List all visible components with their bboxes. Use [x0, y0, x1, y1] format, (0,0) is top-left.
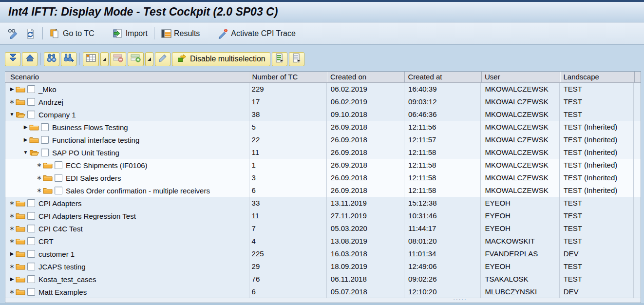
table-row[interactable]: ∗ Sales Order confirmation - multiple re…: [5, 184, 641, 197]
expand-all-icon: [8, 53, 18, 65]
column-header-scenario[interactable]: Scenario: [5, 72, 249, 82]
table-row[interactable]: ∗ CRT 4 13.08.2019 08:01:20 MACKOWSKIT T…: [5, 235, 641, 248]
row-checkbox[interactable]: [41, 136, 49, 144]
insert-row-button[interactable]: [128, 52, 144, 66]
clipboard-icon: [49, 28, 61, 39]
scenario-name: Andrzej: [38, 98, 63, 106]
table-row[interactable]: ∗ ECC Shipments (IF0106) 1 26.09.2018 12…: [5, 159, 641, 172]
row-checkbox[interactable]: [27, 111, 35, 118]
dropdown-caret-icon: [148, 57, 151, 61]
scenario-cell: ∗ ECC Shipments (IF0106): [5, 159, 249, 172]
row-checkbox[interactable]: [27, 237, 35, 245]
tree-toggle-icon[interactable]: ▶: [22, 121, 29, 133]
scenario-cell: ∗ CRT: [5, 235, 249, 248]
tree-toggle-icon[interactable]: ▼: [8, 108, 16, 121]
user-cell: MKOWALCZEWSK: [481, 83, 559, 95]
table-row[interactable]: ▶ Kosta_test_cases 76 06.11.2018 09:02:2…: [5, 273, 641, 286]
table-row[interactable]: ▶ Functional interface testing 22 26.09.…: [5, 133, 641, 146]
table-row[interactable]: ▶ _Mko 229 06.02.2019 16:40:39 MKOWALCZE…: [5, 83, 641, 95]
import-button[interactable]: Import: [110, 26, 150, 41]
number-of-tc-cell: 11: [249, 146, 327, 159]
number-of-tc-cell: 7: [249, 222, 327, 235]
column-settings-button[interactable]: [83, 52, 99, 66]
number-of-tc-cell: 38: [249, 108, 327, 121]
filler-cell: [634, 260, 641, 273]
column-header-number-of-tc[interactable]: Number of TC: [249, 72, 327, 82]
number-of-tc-cell: 4: [249, 235, 327, 248]
row-checkbox[interactable]: [41, 149, 49, 156]
find-button[interactable]: [44, 52, 59, 66]
tree-toggle-icon[interactable]: ▶: [22, 133, 29, 146]
table-row[interactable]: ∗ CPI Adapters Regression Test 11 27.11.…: [5, 210, 641, 222]
row-checkbox[interactable]: [27, 212, 35, 220]
table-row[interactable]: ∗ CPI Adapters 33 13.11.2019 15:12:38 EY…: [5, 197, 641, 210]
column-settings-menu-button[interactable]: [100, 52, 109, 66]
row-checkbox[interactable]: [27, 225, 35, 232]
tree-toggle-icon: ∗: [8, 210, 16, 222]
tree-toggle-icon: ∗: [8, 235, 16, 248]
disable-multiselection-button[interactable]: Disable multiselection: [172, 52, 270, 66]
tree-toggle-icon[interactable]: ▶: [8, 273, 16, 286]
tree-toggle-icon[interactable]: ▶: [8, 83, 16, 95]
row-checkbox[interactable]: [27, 199, 35, 207]
row-menu-button[interactable]: [145, 52, 153, 66]
refresh-button[interactable]: [22, 26, 38, 41]
export-document-button[interactable]: [289, 52, 304, 66]
column-header-created-on[interactable]: Created on: [327, 72, 405, 82]
row-checkbox[interactable]: [27, 288, 35, 296]
table-row[interactable]: ▶ customer 1 225 16.03.2018 11:01:34 FVA…: [5, 248, 641, 260]
table-row[interactable]: ∗ Andrzej 17 06.02.2019 09:03:12 MKOWALC…: [5, 95, 641, 108]
row-checkbox[interactable]: [55, 174, 62, 182]
table-row[interactable]: ∗ JCAPS testing 29 18.09.2019 12:49:06 E…: [5, 260, 641, 273]
toolbar-separator: [40, 53, 41, 65]
row-checkbox[interactable]: [55, 187, 62, 194]
row-checkbox[interactable]: [27, 250, 35, 258]
delete-row-button[interactable]: [110, 52, 126, 66]
row-checkbox[interactable]: [27, 85, 35, 93]
export-list-button[interactable]: [272, 52, 287, 66]
tree-toggle-icon[interactable]: ▶: [8, 248, 16, 260]
display-change-button[interactable]: [5, 26, 22, 40]
row-checkbox[interactable]: [27, 98, 35, 106]
scrollbar-grip-icon[interactable]: ·····: [453, 296, 467, 302]
scenario-name: customer 1: [38, 250, 75, 258]
column-header-landscape[interactable]: Landscape: [560, 72, 635, 82]
user-cell: MKOWALCZEWSK: [481, 146, 559, 159]
binoculars-plus-icon: [63, 53, 74, 65]
row-checkbox[interactable]: [27, 275, 35, 283]
column-header-user[interactable]: User: [482, 72, 561, 82]
horizontal-scrollbar[interactable]: ·····: [5, 298, 641, 303]
collapse-all-button[interactable]: [22, 52, 38, 66]
folder-icon: [16, 225, 25, 232]
toolbar-separator: [79, 53, 80, 65]
results-button[interactable]: Results: [158, 27, 202, 40]
created-on-cell: 13.08.2019: [327, 235, 404, 248]
row-checkbox[interactable]: [27, 263, 35, 270]
row-checkbox[interactable]: [41, 123, 49, 131]
folder-icon: [43, 174, 53, 182]
scenario-cell: ∗ CPI C4C Test: [5, 222, 249, 235]
go-to-tc-button[interactable]: Go to TC: [47, 26, 97, 41]
table-row[interactable]: ▶ Business Flows Testing 5 26.09.2018 12…: [5, 121, 641, 133]
activate-cpi-trace-button[interactable]: Activate CPI Trace: [215, 26, 298, 41]
created-at-cell: 09:02:26: [404, 273, 481, 286]
tree-toggle-icon[interactable]: ▼: [22, 146, 29, 159]
edit-button[interactable]: [155, 52, 170, 66]
find-next-button[interactable]: [61, 52, 76, 66]
table-row[interactable]: ∗ Matt Examples 6 05.07.2018 12:10:20 ML…: [5, 286, 641, 298]
created-at-cell: 08:01:20: [404, 235, 481, 248]
scenario-cell: ∗ EDI Sales orders: [5, 172, 249, 184]
table-row[interactable]: ▼ SAP PO Unit Testing 11 26.09.2018 12:1…: [5, 146, 641, 159]
scenario-cell: ▼ SAP PO Unit Testing: [5, 146, 249, 159]
activate-cpi-trace-label: Activate CPI Trace: [231, 29, 296, 38]
column-header-created-at[interactable]: Created at: [405, 72, 482, 82]
table-row[interactable]: ∗ EDI Sales orders 3 26.09.2018 12:11:58…: [5, 172, 641, 184]
table-row[interactable]: ▼ Company 1 38 09.10.2018 06:46:36 MKOWA…: [5, 108, 641, 121]
expand-all-button[interactable]: [5, 52, 20, 66]
filler-cell: [634, 108, 641, 121]
row-checkbox[interactable]: [55, 161, 62, 169]
created-on-cell: 09.10.2018: [327, 108, 404, 121]
table-row[interactable]: ∗ CPI C4C Test 7 05.03.2020 11:44:17 EYE…: [5, 222, 641, 235]
table-body: ▶ _Mko 229 06.02.2019 16:40:39 MKOWALCZE…: [5, 83, 641, 298]
tree-toggle-icon: ∗: [8, 95, 16, 108]
